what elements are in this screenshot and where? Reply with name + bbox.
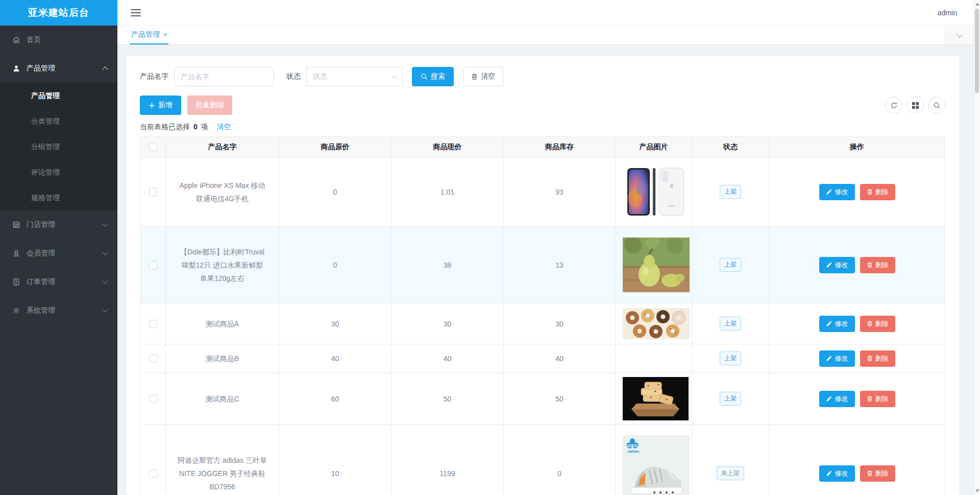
sidebar-item-label: 首页 <box>27 35 107 44</box>
chevron-down-icon <box>957 32 962 37</box>
product-name-cell: 测试商品C <box>166 373 279 425</box>
selection-clear-link[interactable]: 清空 <box>216 123 231 131</box>
grid-icon <box>912 102 919 109</box>
hamburger-menu-icon[interactable] <box>131 7 141 18</box>
edit-button-label: 修改 <box>835 319 848 328</box>
row-checkbox[interactable] <box>149 355 157 363</box>
app-logo: 亚米建站后台 <box>0 0 117 26</box>
row-checkbox[interactable] <box>149 320 157 328</box>
delete-button[interactable]: 删除 <box>860 316 895 332</box>
row-checkbox[interactable] <box>149 469 157 478</box>
submenu-item[interactable]: 规格管理 <box>0 185 117 210</box>
tab-product-management[interactable]: 产品管理 × <box>130 26 168 44</box>
column-header: 产品名字 <box>166 137 279 157</box>
plus-icon <box>149 102 155 109</box>
user-menu[interactable]: admin <box>935 9 960 17</box>
table-header-row: 产品名字商品原价商品现价商品库存产品图片状态操作 <box>140 137 945 157</box>
original-price-cell: 60 <box>279 373 391 425</box>
edit-pencil-icon <box>826 395 832 402</box>
status-badge: 上架 <box>720 258 741 272</box>
edit-button[interactable]: 修改 <box>819 350 855 367</box>
selection-suffix: 项 <box>201 123 208 131</box>
refresh-button[interactable] <box>885 97 902 114</box>
column-settings-button[interactable] <box>906 97 924 114</box>
main-content: 产品名字 状态 状态 搜索 清空 <box>117 45 973 495</box>
status-select[interactable]: 状态 <box>306 67 403 86</box>
sidebar-item-label: 产品管理 <box>27 64 103 73</box>
column-header: 商品现价 <box>391 137 504 157</box>
column-header: 商品库存 <box>504 137 616 157</box>
sidebar: 亚米建站后台 首页产品管理产品管理分类管理分组管理评论管理规格管理门店管理会员管… <box>0 0 117 495</box>
search-button[interactable]: 搜索 <box>412 67 454 86</box>
clear-button[interactable]: 清空 <box>463 67 503 86</box>
sidebar-item-1[interactable]: 产品管理 <box>0 54 117 83</box>
sidebar-item-label: 门店管理 <box>27 220 103 229</box>
product-card: 产品名字 状态 状态 搜索 清空 <box>126 56 959 495</box>
chevron-down-icon <box>102 307 108 312</box>
submenu-item[interactable]: 产品管理 <box>0 83 117 108</box>
edit-button[interactable]: 修改 <box>819 465 855 482</box>
trash-icon <box>867 395 873 402</box>
add-button[interactable]: 新增 <box>140 96 181 115</box>
product-image-cell: adidas <box>616 425 692 495</box>
order-icon <box>12 278 21 287</box>
submenu-item[interactable]: 分类管理 <box>0 108 117 134</box>
edit-button[interactable]: 修改 <box>819 257 855 273</box>
sidebar-item-0[interactable]: 首页 <box>0 26 117 54</box>
product-name-label: 产品名字 <box>140 72 168 81</box>
product-image-cell <box>616 303 692 344</box>
submenu-item[interactable]: 分组管理 <box>0 134 117 159</box>
trash-icon <box>867 355 873 362</box>
scrollbar-thumb[interactable] <box>975 9 979 93</box>
delete-button[interactable]: 删除 <box>860 257 895 273</box>
current-price-cell: 38 <box>391 227 504 303</box>
stock-cell: 13 <box>504 227 616 303</box>
scroll-down-arrow-icon[interactable] <box>975 489 979 492</box>
sidebar-item-4[interactable]: 订单管理 <box>0 268 117 296</box>
current-price-cell: 50 <box>391 373 504 425</box>
delete-button-label: 删除 <box>875 354 889 363</box>
row-checkbox[interactable] <box>149 188 157 196</box>
search-icon <box>421 73 428 80</box>
delete-button[interactable]: 删除 <box>860 391 895 407</box>
status-badge: 上架 <box>720 185 741 199</box>
submenu-item[interactable]: 评论管理 <box>0 159 117 185</box>
product-image-cell <box>616 227 692 303</box>
tab-list-dropdown-button[interactable] <box>945 26 973 44</box>
edit-button-label: 修改 <box>835 469 848 478</box>
delete-button[interactable]: 删除 <box>860 465 895 482</box>
current-price-cell: 30 <box>391 303 504 344</box>
edit-button-label: 修改 <box>835 261 848 270</box>
edit-button[interactable]: 修改 <box>819 391 855 407</box>
delete-button[interactable]: 删除 <box>860 350 895 367</box>
chevron-down-icon <box>102 278 108 284</box>
delete-button[interactable]: 删除 <box>860 184 895 200</box>
batch-delete-button[interactable]: 批量删除 <box>187 96 232 115</box>
user-icon <box>12 64 21 73</box>
row-checkbox[interactable] <box>149 261 157 269</box>
sidebar-item-label: 系统管理 <box>27 306 103 315</box>
product-name-input[interactable] <box>174 67 274 86</box>
product-image-cell <box>616 344 692 373</box>
column-header: 状态 <box>692 137 769 157</box>
pear-product-image <box>623 238 690 292</box>
edit-pencil-icon <box>826 470 832 477</box>
edit-button[interactable]: 修改 <box>819 184 855 200</box>
tab-close-icon[interactable]: × <box>163 31 167 38</box>
status-badge: 未上架 <box>717 466 744 480</box>
scroll-up-arrow-icon[interactable] <box>975 3 979 6</box>
column-header: 操作 <box>769 137 945 157</box>
edit-pencil-icon <box>826 262 832 268</box>
edit-button[interactable]: 修改 <box>819 316 855 332</box>
status-select-placeholder: 状态 <box>313 72 327 81</box>
sidebar-item-3[interactable]: 会员管理 <box>0 239 117 268</box>
sidebar-item-5[interactable]: 系统管理 <box>0 296 117 325</box>
select-all-checkbox[interactable] <box>149 143 157 151</box>
row-checkbox[interactable] <box>149 395 157 403</box>
selection-prefix: 当前表格已选择 <box>140 123 190 131</box>
sidebar-item-2[interactable]: 门店管理 <box>0 210 117 239</box>
product-name-cell: Apple iPhone XS Max 移动联通电信4G手机 <box>166 157 279 227</box>
delete-button-label: 删除 <box>875 469 889 478</box>
vertical-scrollbar[interactable] <box>973 0 980 495</box>
table-search-button[interactable] <box>928 97 945 114</box>
